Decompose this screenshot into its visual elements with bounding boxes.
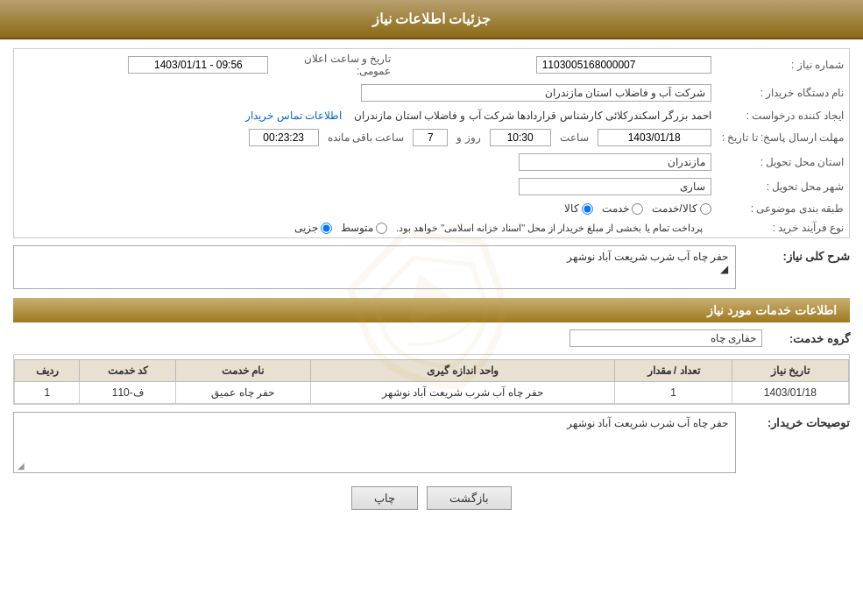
mohlat-label: مهلت ارسال پاسخ: تا تاریخ : [717, 125, 849, 150]
sharh-label: شرح کلی نیاز: [782, 250, 850, 263]
tosiyat-section: توصیحات خریدار: حفر چاه آب شرب شریعت آبا… [13, 412, 850, 473]
shahr-value [14, 174, 717, 199]
resize-handle-sharh: ◢ [21, 263, 728, 275]
mohlat-countdown-input[interactable] [249, 129, 319, 146]
tosiyat-label-cell: توصیحات خریدار: [736, 412, 850, 429]
radio-khedmat-label: خدمت [602, 202, 629, 215]
tarikh-elan-value [14, 49, 273, 81]
table-body: 1403/01/18 1 حفر چاه آب شرب شریعت آباد ن… [15, 382, 849, 404]
shmarehniaz-label: شماره نیاز : [717, 49, 849, 81]
shmarehniaz-value [396, 49, 716, 81]
sharh-label-cell: شرح کلی نیاز: [736, 245, 850, 263]
page-wrapper: جزئیات اطلاعات نیاز شماره نیاز : تاریخ و… [0, 0, 863, 616]
tarikh-elan-label: تاریخ و ساعت اعلان عمومی: [273, 49, 396, 81]
tosiyat-value-cell: حفر چاه آب شرب شریعت آباد نوشهر ◢ [13, 412, 736, 473]
row-shahr: شهر محل تحویل : [14, 174, 849, 199]
services-section-title: اطلاعات خدمات مورد نیاز [13, 298, 850, 322]
radio-kala-label: کالا [564, 202, 579, 215]
radio-kala[interactable]: کالا [564, 202, 593, 215]
saaat-baghimandeh-label: ساعت باقی مانده [328, 131, 405, 144]
table-row: 1403/01/18 1 حفر چاه آب شرب شریعت آباد ن… [15, 382, 849, 404]
ijadkonandeh-label: ایجاد کننده درخواست : [717, 105, 849, 125]
roz-label: روز و [456, 131, 480, 144]
th-vahed-andazegiri: واحد اندازه گیری [310, 360, 615, 382]
th-nam-khedmat: نام خدمت [176, 360, 310, 382]
radio-kala-khedmat-input[interactable] [700, 203, 711, 215]
sharh-box: حفر چاه آب شرب شریعت آباد نوشهر ◢ [13, 245, 736, 289]
cell-tarikh-niaz: 1403/01/18 [732, 382, 848, 404]
radio-kala-input[interactable] [582, 203, 593, 215]
namdastgah-input[interactable] [361, 84, 711, 102]
radio-kala-khedmat-label: کالا/خدمت [652, 202, 697, 215]
page-header: جزئیات اطلاعات نیاز [0, 0, 863, 39]
buttons-row: بازگشت چاپ [13, 486, 850, 510]
radio-kala-khedmat[interactable]: کالا/خدمت [652, 202, 711, 215]
services-title-text: اطلاعات خدمات مورد نیاز [707, 303, 837, 317]
row-namdastgah: نام دستگاه خریدار : [14, 81, 849, 105]
cell-nam-khedmat: حفر چاه عمیق [176, 382, 310, 404]
radio-jozi-input[interactable] [321, 223, 332, 234]
sharh-section: شرح کلی نیاز: حفر چاه آب شرب شریعت آباد … [13, 245, 850, 289]
noe-farayand-label: نوع فرآیند خرید : [717, 218, 849, 237]
th-radif: ردیف [15, 360, 80, 382]
radio-khedmat-input[interactable] [632, 203, 643, 215]
print-button[interactable]: چاپ [351, 486, 418, 510]
cell-vahed-andazegiri: حفر چاه آب شرب شریعت آباد نوشهر [310, 382, 615, 404]
info-table: شماره نیاز : تاریخ و ساعت اعلان عمومی: ن… [14, 49, 849, 237]
tamas-khardar-link[interactable]: اطلاعات تماس خریدار [245, 110, 342, 122]
gohre-row: گروه خدمت: [13, 329, 850, 347]
page-title: جزئیات اطلاعات نیاز [372, 11, 492, 26]
time-label: ساعت [560, 131, 589, 144]
tarikh-elan-input[interactable] [128, 56, 268, 74]
row-ostan: استان محل تحویل : [14, 150, 849, 174]
shmarehniaz-input[interactable] [536, 56, 711, 74]
ostan-label: استان محل تحویل : [717, 150, 849, 174]
row-tabaghe: طبقه بندی موضوعی : کالا/خدمت خدمت [14, 199, 849, 218]
gohre-input[interactable] [569, 329, 762, 347]
back-button[interactable]: بازگشت [427, 486, 512, 510]
radio-mottavasset-label: متوسط [341, 222, 373, 234]
table-header-row: تاریخ نیاز تعداد / مقدار واحد اندازه گیر… [15, 360, 849, 382]
gohre-label: گروه خدمت: [762, 332, 850, 345]
row-noe-farayand: نوع فرآیند خرید : پرداخت تمام یا بخشی از… [14, 218, 849, 237]
noe-farayand-value: پرداخت تمام یا بخشی از مبلغ خریدار از مح… [14, 218, 717, 237]
cell-kod-khedmat: ف-110 [80, 382, 176, 404]
namdastgah-label: نام دستگاه خریدار : [717, 81, 849, 105]
services-table: تاریخ نیاز تعداد / مقدار واحد اندازه گیر… [14, 359, 849, 404]
row-mohlat: مهلت ارسال پاسخ: تا تاریخ : ساعت روز و س… [14, 125, 849, 150]
row-shmarehniaz: شماره نیاز : تاریخ و ساعت اعلان عمومی: [14, 49, 849, 81]
radio-jozi[interactable]: جزیی [294, 222, 332, 234]
namdastgah-value [14, 81, 717, 105]
th-tarikh-niaz: تاریخ نیاز [732, 360, 848, 382]
tosiyat-label: توصیحات خریدار: [768, 416, 850, 429]
radio-mottavasset-input[interactable] [376, 223, 387, 234]
radio-mottavasset[interactable]: متوسط [341, 222, 387, 234]
tosiyat-text: حفر چاه آب شرب شریعت آباد نوشهر [567, 417, 728, 429]
tabaghe-radios: کالا/خدمت خدمت کالا [14, 199, 717, 218]
ijadkonandeh-text: احمد بزرگر اسکندرکلائی کارشناس قراردادها… [354, 110, 711, 122]
ostan-value [14, 150, 717, 174]
sharh-text: حفر چاه آب شرب شریعت آباد نوشهر [567, 251, 728, 263]
ostan-input[interactable] [519, 153, 711, 171]
tabaghe-radio-group: کالا/خدمت خدمت کالا [19, 202, 711, 215]
noe-farayand-radio-group: پرداخت تمام یا بخشی از مبلغ خریدار از مح… [19, 222, 711, 234]
cell-tedad-megdar: 1 [615, 382, 732, 404]
time-row: ساعت روز و ساعت باقی مانده [19, 129, 711, 146]
farayand-note-text: پرداخت تمام یا بخشی از مبلغ خریدار از مح… [396, 223, 703, 234]
info-section: شماره نیاز : تاریخ و ساعت اعلان عمومی: ن… [13, 48, 850, 238]
mohlat-row-content: ساعت روز و ساعت باقی مانده [14, 125, 717, 150]
tosiyat-box: حفر چاه آب شرب شریعت آباد نوشهر ◢ [13, 412, 736, 473]
mohlat-time-input[interactable] [490, 129, 551, 146]
sharh-value-cell: حفر چاه آب شرب شریعت آباد نوشهر ◢ [13, 245, 736, 289]
cell-radif: 1 [15, 382, 80, 404]
mohlat-days-input[interactable] [413, 129, 448, 146]
resize-handle-tosiyat: ◢ [18, 461, 25, 471]
th-tedad-megdar: تعداد / مقدار [615, 360, 732, 382]
table-head: تاریخ نیاز تعداد / مقدار واحد اندازه گیر… [15, 360, 849, 382]
tabaghe-label: طبقه بندی موضوعی : [717, 199, 849, 218]
shahr-input[interactable] [519, 178, 711, 195]
mohlat-date-input[interactable] [598, 129, 711, 146]
radio-khedmat[interactable]: خدمت [602, 202, 643, 215]
shahr-label: شهر محل تحویل : [717, 174, 849, 199]
radio-jozi-label: جزیی [294, 222, 318, 234]
